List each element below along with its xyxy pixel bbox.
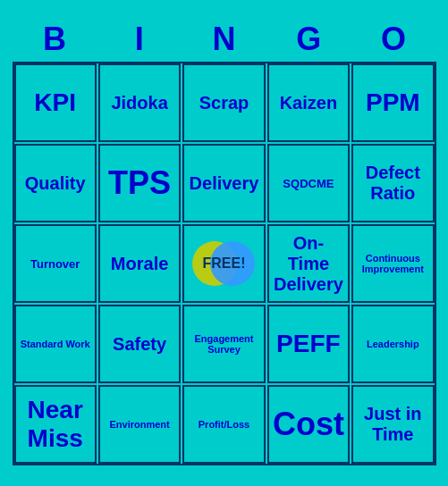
free-circles: FREE! [192,237,255,290]
letter-g: G [269,21,348,58]
cell-scrap: Scrap [182,63,265,142]
cell-delivery: Delivery [182,144,265,222]
letter-n: N [184,21,263,58]
letter-i: I [100,21,179,58]
cell-sqdcme: SQDCME [267,144,350,222]
cell-environment: Environment [98,385,181,464]
cell-leadership: Leadership [351,305,434,383]
cell-safety: Safety [98,305,181,383]
cell-just-in-time: Just in Time [351,385,434,464]
cell-profit-loss: Profit/Loss [182,385,265,464]
cell-continuous-improvement: Continuous Improvement [351,224,434,303]
cell-cost: Cost [267,385,350,464]
letter-b: B [15,21,94,58]
bingo-card: B I N G O KPI Jidoka Scrap Kaizen PPM Qu… [5,13,444,473]
cell-kpi: KPI [14,63,97,142]
letter-o: O [354,21,433,58]
cell-near-miss: Near Miss [14,385,97,464]
cell-free: FREE! [182,224,265,303]
cell-peff: PEFF [267,305,350,383]
cell-ppm: PPM [351,63,434,142]
cell-standard-work: Standard Work [14,305,97,383]
cell-jidoka: Jidoka [98,63,181,142]
cell-tps: TPS [98,144,181,222]
cell-morale: Morale [98,224,181,303]
cell-defect-ratio: Defect Ratio [351,144,434,222]
cell-kaizen: Kaizen [267,63,350,142]
cell-quality: Quality [14,144,97,222]
bingo-grid: KPI Jidoka Scrap Kaizen PPM Quality TPS … [13,62,436,465]
cell-engagement-survey: Engagement Survey [182,305,265,383]
bingo-header: B I N G O [13,21,436,58]
cell-on-time-delivery: On-Time Delivery [267,224,350,303]
cell-turnover: Turnover [14,224,97,303]
free-text: FREE! [202,256,245,272]
